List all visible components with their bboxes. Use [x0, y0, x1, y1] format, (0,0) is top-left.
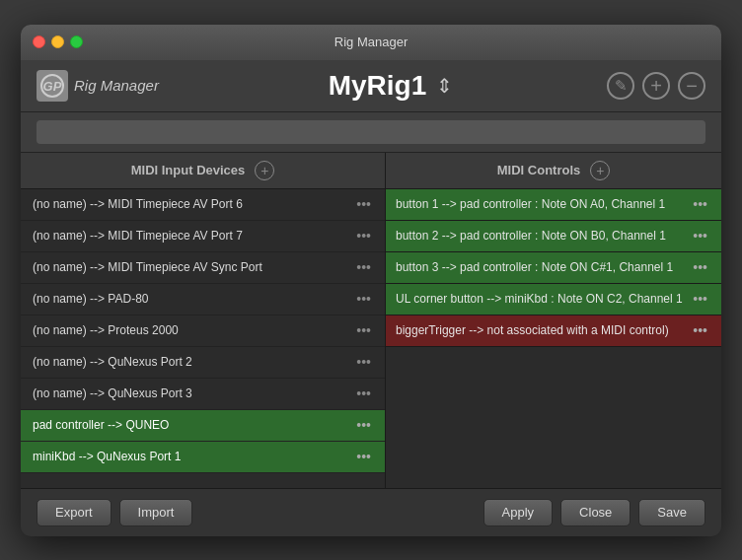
- midi-control-label: button 2 --> pad controller : Note ON B0…: [396, 229, 689, 243]
- logo-text: Rig Manager: [74, 77, 159, 94]
- right-panel: MIDI Controls + button 1 --> pad control…: [386, 153, 721, 488]
- left-panel: MIDI Input Devices + (no name) --> MIDI …: [21, 153, 386, 488]
- midi-input-devices-header: MIDI Input Devices +: [21, 153, 385, 189]
- logo-icon: GP: [37, 70, 68, 102]
- list-item-label: (no name) --> Proteus 2000: [33, 323, 352, 337]
- midi-input-devices-title: MIDI Input Devices: [131, 163, 246, 177]
- list-item[interactable]: (no name) --> PAD-80 •••: [21, 284, 385, 315]
- export-button[interactable]: Export: [37, 499, 111, 526]
- midi-control-label: button 1 --> pad controller : Note ON A0…: [396, 197, 689, 211]
- midi-control-label: button 3 --> pad controller : Note ON C#…: [396, 260, 689, 274]
- search-bar: [21, 112, 721, 153]
- import-button[interactable]: Import: [119, 499, 193, 526]
- list-item-menu-button[interactable]: •••: [352, 257, 375, 277]
- midi-controls-header: MIDI Controls +: [386, 153, 721, 189]
- list-item-menu-button[interactable]: •••: [352, 320, 375, 340]
- list-item-label: miniKbd --> QuNexus Port 1: [33, 450, 352, 463]
- midi-control-menu-button[interactable]: •••: [689, 226, 711, 245]
- list-item-label: (no name) --> QuNexus Port 2: [33, 355, 352, 369]
- remove-rig-button[interactable]: −: [678, 72, 705, 100]
- list-item-menu-button[interactable]: •••: [352, 415, 375, 435]
- rig-name: MyRig1: [329, 70, 427, 102]
- midi-control-menu-button[interactable]: •••: [689, 257, 711, 277]
- rig-selector-button[interactable]: ⇕: [436, 74, 453, 98]
- list-item-menu-button[interactable]: •••: [352, 384, 375, 403]
- list-item-label: (no name) --> MIDI Timepiece AV Port 6: [33, 197, 352, 211]
- add-midi-input-button[interactable]: +: [255, 161, 274, 180]
- main-window: Rig Manager GP Rig Manager MyRig1 ⇕ ✎ + …: [21, 25, 721, 536]
- title-bar: Rig Manager: [21, 25, 721, 60]
- header-buttons: ✎ + −: [607, 72, 705, 100]
- midi-control-item[interactable]: button 1 --> pad controller : Note ON A0…: [386, 189, 721, 221]
- midi-control-label: UL corner button --> miniKbd : Note ON C…: [396, 292, 689, 306]
- apply-button[interactable]: Apply: [483, 499, 554, 526]
- list-item[interactable]: (no name) --> Proteus 2000 •••: [21, 315, 385, 347]
- list-item-menu-button[interactable]: •••: [352, 352, 375, 372]
- edit-rig-button[interactable]: ✎: [607, 72, 634, 100]
- traffic-lights: [33, 35, 83, 48]
- close-button[interactable]: Close: [560, 499, 631, 526]
- maximize-window-button[interactable]: [70, 35, 83, 48]
- add-midi-control-button[interactable]: +: [590, 161, 610, 180]
- midi-control-menu-button[interactable]: •••: [689, 289, 711, 309]
- save-button[interactable]: Save: [638, 499, 705, 526]
- footer-left-buttons: Export Import: [37, 499, 192, 526]
- list-item[interactable]: (no name) --> MIDI Timepiece AV Port 6 •…: [21, 189, 385, 221]
- search-input[interactable]: [37, 120, 705, 144]
- midi-control-label: biggerTrigger --> not associated with a …: [396, 323, 689, 337]
- list-item[interactable]: miniKbd --> QuNexus Port 1 •••: [21, 442, 385, 473]
- list-item-label: (no name) --> PAD-80: [33, 292, 352, 306]
- header: GP Rig Manager MyRig1 ⇕ ✎ + −: [21, 60, 721, 112]
- list-item[interactable]: (no name) --> QuNexus Port 3 •••: [21, 379, 385, 410]
- logo-area: GP Rig Manager: [37, 70, 175, 102]
- window-title: Rig Manager: [334, 35, 408, 49]
- close-window-button[interactable]: [33, 35, 45, 48]
- list-item-menu-button[interactable]: •••: [352, 289, 375, 309]
- list-item-menu-button[interactable]: •••: [352, 447, 375, 466]
- midi-control-menu-button[interactable]: •••: [689, 194, 711, 214]
- midi-control-item[interactable]: biggerTrigger --> not associated with a …: [386, 315, 721, 347]
- list-item-label: (no name) --> MIDI Timepiece AV Port 7: [33, 229, 352, 243]
- list-item[interactable]: (no name) --> MIDI Timepiece AV Port 7 •…: [21, 221, 385, 252]
- midi-control-item[interactable]: button 2 --> pad controller : Note ON B0…: [386, 221, 721, 252]
- midi-control-menu-button[interactable]: •••: [689, 320, 711, 340]
- midi-controls-title: MIDI Controls: [497, 163, 581, 177]
- add-rig-button[interactable]: +: [642, 72, 670, 100]
- rig-name-area: MyRig1 ⇕: [186, 70, 595, 102]
- footer: Export Import Apply Close Save: [21, 488, 721, 536]
- list-item-label: (no name) --> MIDI Timepiece AV Sync Por…: [33, 260, 352, 274]
- list-item-label: pad controller --> QUNEO: [33, 418, 352, 432]
- list-item-menu-button[interactable]: •••: [352, 226, 375, 245]
- svg-text:GP: GP: [43, 79, 62, 94]
- list-item[interactable]: pad controller --> QUNEO •••: [21, 410, 385, 442]
- list-item[interactable]: (no name) --> MIDI Timepiece AV Sync Por…: [21, 252, 385, 284]
- list-item-menu-button[interactable]: •••: [352, 194, 375, 214]
- main-content: MIDI Input Devices + (no name) --> MIDI …: [21, 153, 721, 488]
- minimize-window-button[interactable]: [51, 35, 64, 48]
- midi-input-devices-list: (no name) --> MIDI Timepiece AV Port 6 •…: [21, 189, 385, 488]
- midi-control-item[interactable]: button 3 --> pad controller : Note ON C#…: [386, 252, 721, 284]
- midi-control-item[interactable]: UL corner button --> miniKbd : Note ON C…: [386, 284, 721, 315]
- list-item[interactable]: (no name) --> QuNexus Port 2 •••: [21, 347, 385, 379]
- footer-right-buttons: Apply Close Save: [483, 499, 705, 526]
- list-item-label: (no name) --> QuNexus Port 3: [33, 386, 352, 400]
- midi-controls-list: button 1 --> pad controller : Note ON A0…: [386, 189, 721, 488]
